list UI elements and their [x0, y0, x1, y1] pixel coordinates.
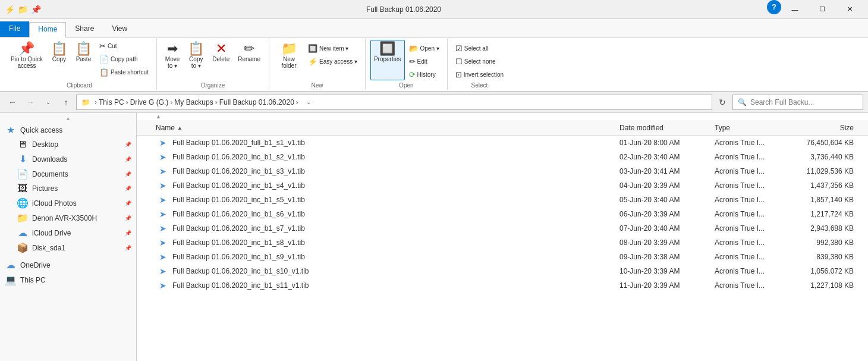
- move-to-button[interactable]: ➡ Moveto ▾: [162, 40, 183, 71]
- delete-button[interactable]: ✕ Delete: [209, 40, 233, 65]
- file-size: 3,736,440 KB: [792, 153, 863, 161]
- quick-access-icon: ⚡: [5, 5, 14, 14]
- desktop-icon: 🖥: [17, 139, 29, 150]
- file-size: 1,437,356 KB: [792, 181, 863, 190]
- file-type-icon: ➤: [156, 167, 170, 176]
- table-row[interactable]: ➤ Full Backup 01.06.2020_inc_b1_s10_v1.t…: [137, 264, 868, 278]
- open-icon: 📂: [409, 44, 419, 53]
- paste-icon: 📋: [76, 42, 92, 55]
- file-type: Acronis True I...: [715, 196, 792, 204]
- new-item-label: New item ▾: [319, 45, 348, 52]
- sidebar-item-documents[interactable]: 📄 Documents 📌: [0, 167, 136, 181]
- icloud-photos-pin-icon: 📌: [125, 200, 131, 206]
- new-folder-button[interactable]: 📁 Newfolder: [274, 40, 304, 71]
- denon-pin-icon: 📌: [125, 215, 131, 221]
- up-button[interactable]: ↑: [58, 95, 74, 110]
- history-button[interactable]: ⟳ History: [406, 68, 442, 81]
- address-crumb-current[interactable]: Full Backup 01.06.2020: [219, 98, 294, 106]
- sidebar-item-pictures[interactable]: 🖼 Pictures 📌: [0, 181, 136, 196]
- new-item-button[interactable]: 🔲 New item ▾: [305, 42, 360, 55]
- pin-quick-access-button[interactable]: 📌 Pin to Quickaccess: [7, 40, 46, 71]
- open-button[interactable]: 📂 Open ▾: [406, 42, 442, 55]
- edit-button[interactable]: ✏ Edit: [406, 55, 442, 68]
- table-row[interactable]: ➤ Full Backup 01.06.2020_inc_b1_s9_v1.ti…: [137, 250, 868, 264]
- col-name-header[interactable]: Name ▲: [141, 124, 619, 132]
- refresh-button[interactable]: ↻: [715, 95, 730, 110]
- easy-access-button[interactable]: ⚡ Easy access ▾: [305, 55, 360, 68]
- address-bar[interactable]: 📁 › This PC › Drive G (G:) › My Backups …: [76, 95, 712, 110]
- ribbon-tabs: File Home Share View: [0, 19, 868, 37]
- paste-shortcut-button[interactable]: 📋 Paste shortcut: [96, 66, 152, 79]
- sidebar-item-downloads[interactable]: ⬇ Downloads 📌: [0, 152, 136, 167]
- paste-button[interactable]: 📋 Paste: [72, 40, 95, 65]
- invert-label: Invert selection: [464, 71, 504, 78]
- table-row[interactable]: ➤ Full Backup 01.06.2020_inc_b1_s4_v1.ti…: [137, 178, 868, 193]
- sidebar-item-icloud-drive[interactable]: ☁ iCloud Drive 📌: [0, 225, 136, 240]
- recent-button[interactable]: ⌄: [40, 95, 56, 110]
- close-button[interactable]: ✕: [836, 0, 863, 19]
- table-row[interactable]: ➤ Full Backup 01.06.2020_inc_b1_s3_v1.ti…: [137, 164, 868, 178]
- address-crumb-mybackups[interactable]: My Backups: [174, 98, 213, 106]
- cut-button[interactable]: ✂ Cut: [96, 40, 152, 52]
- sidebar-quick-access-label: Quick access: [20, 126, 62, 134]
- table-row[interactable]: ➤ Full Backup 01.06.2020_inc_b1_s6_v1.ti…: [137, 207, 868, 221]
- col-name-label: Name: [156, 124, 175, 132]
- sidebar-item-icloud-photos[interactable]: 🌐 iCloud Photos 📌: [0, 196, 136, 211]
- select-all-button[interactable]: ☑ Select all: [452, 42, 507, 55]
- table-row[interactable]: ➤ Full Backup 01.06.2020_inc_b1_s11_v1.t…: [137, 278, 868, 293]
- file-name: Full Backup 01.06.2020_full_b1_s1_v1.tib: [172, 139, 619, 147]
- address-sep-0: ›: [95, 98, 97, 106]
- copy-to-button[interactable]: 📋 Copyto ▾: [184, 40, 207, 71]
- open-small-stack: 📂 Open ▾ ✏ Edit ⟳ History: [406, 40, 442, 81]
- address-crumb-drive[interactable]: Drive G (G:): [130, 98, 169, 106]
- file-name: Full Backup 01.06.2020_inc_b1_s8_v1.tib: [172, 238, 619, 247]
- select-none-button[interactable]: ☐ Select none: [452, 55, 507, 68]
- copy-path-button[interactable]: 📄 Copy path: [96, 53, 152, 65]
- invert-selection-button[interactable]: ⊡ Invert selection: [452, 68, 507, 81]
- properties-button[interactable]: 🔲 Properties: [370, 40, 405, 80]
- file-type: Acronis True I...: [715, 139, 792, 147]
- table-row[interactable]: ➤ Full Backup 01.06.2020_full_b1_s1_v1.t…: [137, 136, 868, 150]
- sidebar-section-onedrive[interactable]: ☁ OneDrive: [0, 258, 136, 272]
- organize-group: ➡ Moveto ▾ 📋 Copyto ▾ ✕ Delete ✏ Rename …: [157, 39, 269, 90]
- organize-buttons: ➡ Moveto ▾ 📋 Copyto ▾ ✕ Delete ✏ Rename: [162, 40, 264, 81]
- file-size: 2,943,688 KB: [792, 224, 863, 233]
- maximize-button[interactable]: ☐: [809, 0, 836, 19]
- help-button[interactable]: ?: [767, 0, 781, 14]
- sidebar-section-thispc[interactable]: 💻 This PC: [0, 272, 136, 287]
- col-type-header[interactable]: Type: [715, 124, 792, 132]
- address-crumb-thispc[interactable]: This PC: [99, 98, 124, 106]
- sidebar-item-denon[interactable]: 📁 Denon AVR-X3500H 📌: [0, 211, 136, 225]
- sidebar: ▲ ★ Quick access 🖥 Desktop 📌 ⬇ Downloads…: [0, 113, 137, 361]
- rename-button[interactable]: ✏ Rename: [234, 40, 264, 65]
- tab-file[interactable]: File: [0, 21, 29, 37]
- sidebar-documents-label: Documents: [32, 170, 68, 178]
- file-size: 76,450,604 KB: [792, 139, 863, 147]
- sidebar-item-desktop[interactable]: 🖥 Desktop 📌: [0, 137, 136, 152]
- file-date: 06-Jun-20 3:39 AM: [619, 210, 715, 218]
- table-row[interactable]: ➤ Full Backup 01.06.2020_inc_b1_s2_v1.ti…: [137, 150, 868, 164]
- sidebar-item-disk-sda1[interactable]: 📦 Disk_sda1 📌: [0, 240, 136, 255]
- sidebar-disk-sda1-label: Disk_sda1: [32, 244, 65, 252]
- sidebar-section-quick-access[interactable]: ★ Quick access: [0, 123, 136, 137]
- thispc-icon: 💻: [5, 274, 17, 285]
- nav-bar: ← → ⌄ ↑ 📁 › This PC › Drive G (G:) › My …: [0, 92, 868, 113]
- file-type: Acronis True I...: [715, 167, 792, 175]
- tab-share[interactable]: Share: [66, 21, 103, 37]
- minimize-button[interactable]: —: [781, 0, 809, 19]
- copy-button[interactable]: 📋 Copy: [48, 40, 71, 65]
- forward-button[interactable]: →: [23, 95, 38, 110]
- col-date-header[interactable]: Date modified: [619, 124, 715, 132]
- table-row[interactable]: ➤ Full Backup 01.06.2020_inc_b1_s5_v1.ti…: [137, 193, 868, 207]
- select-small-stack: ☑ Select all ☐ Select none ⊡ Invert sele…: [452, 40, 507, 81]
- back-button[interactable]: ←: [5, 95, 20, 110]
- address-dropdown-arrow[interactable]: ⌄: [303, 99, 315, 105]
- tab-home[interactable]: Home: [29, 22, 66, 37]
- tab-view[interactable]: View: [103, 21, 136, 37]
- table-row[interactable]: ➤ Full Backup 01.06.2020_inc_b1_s8_v1.ti…: [137, 236, 868, 250]
- sidebar-pictures-label: Pictures: [32, 184, 58, 193]
- window-title: Full Backup 01.06.2020: [45, 5, 762, 14]
- col-size-header[interactable]: Size: [792, 124, 863, 132]
- table-row[interactable]: ➤ Full Backup 01.06.2020_inc_b1_s7_v1.ti…: [137, 221, 868, 236]
- search-input[interactable]: [750, 98, 858, 106]
